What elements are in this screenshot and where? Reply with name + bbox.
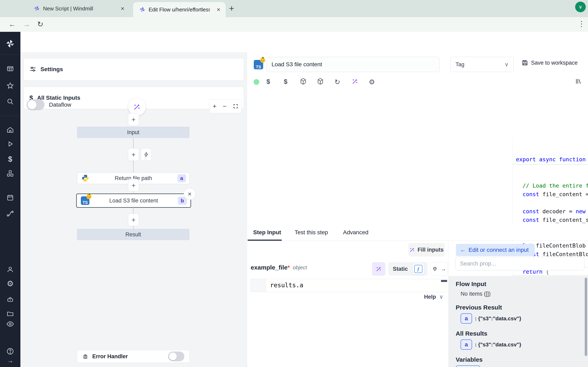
browser-profile-chip[interactable]: ∨ — [575, 2, 586, 12]
typescript-icon: TS 👶 — [254, 60, 263, 69]
connect-input-group[interactable]: → — [430, 262, 448, 276]
left-arrow-icon: ← — [460, 247, 466, 253]
browser-tab-edit-flow[interactable]: Edit Flow u/henri/effortless_fl × — [133, 2, 226, 17]
chevron-down-icon: ∨ — [439, 294, 443, 300]
ai-edit-wand-icon[interactable] — [352, 78, 359, 85]
folders-icon[interactable] — [7, 310, 14, 317]
code-line[interactable]: const file_content_str = decoder.decode(… — [513, 216, 588, 224]
help-icon[interactable] — [6, 347, 14, 355]
javascript-expr-button[interactable]: f — [413, 263, 424, 275]
code-sticky-line[interactable]: export async function main(example_file:… — [513, 155, 588, 164]
error-handler-card[interactable]: Error Handler — [77, 350, 190, 363]
add-trigger-button[interactable] — [141, 148, 152, 161]
dataflow-toggle[interactable] — [26, 99, 44, 110]
forward-icon[interactable]: → — [23, 20, 30, 29]
lightning-icon — [144, 152, 149, 157]
plus-icon: + — [131, 116, 136, 124]
expr-gutter — [251, 279, 266, 292]
windmill-logo[interactable] — [6, 39, 15, 48]
apps-icon[interactable] — [7, 65, 14, 72]
ai-fill-arg-button[interactable] — [372, 262, 385, 276]
tab-step-input[interactable]: Step Input — [253, 229, 281, 236]
save-to-workspace-button[interactable]: Save to workspace — [522, 59, 578, 66]
reload-script-icon[interactable]: ↻ — [334, 78, 340, 86]
windmill-favicon — [139, 7, 145, 13]
script-settings-gear-icon[interactable]: ⚙ — [369, 78, 375, 86]
search-prop-input[interactable]: Search prop... — [455, 257, 584, 270]
code-line[interactable]: // Load the entire file_content as a Uin… — [513, 182, 588, 190]
result-key-badge[interactable]: a — [461, 340, 472, 350]
fit-view-icon[interactable] — [233, 104, 238, 109]
step-summary-input[interactable]: Load S3 file content — [267, 57, 440, 72]
variables-icon[interactable]: $ — [8, 155, 12, 164]
baby-emoji-icon: 👶 — [86, 193, 92, 200]
back-icon[interactable]: ← — [9, 20, 16, 29]
tab-title: New Script | Windmill — [43, 6, 93, 12]
settings-gear-icon[interactable]: ⚙ — [7, 279, 14, 288]
delete-step-button[interactable]: × — [184, 188, 196, 200]
zoom-out-button[interactable]: − — [223, 103, 227, 110]
runs-icon[interactable] — [7, 140, 14, 148]
tab-advanced[interactable]: Advanced — [343, 229, 369, 236]
step-title-text: Load S3 file content — [272, 61, 322, 68]
flow-input-node[interactable]: Input — [77, 127, 190, 138]
variables-picker-icon[interactable]: $ — [267, 78, 270, 85]
plus-icon: + — [131, 182, 136, 189]
flow-settings-button[interactable]: Settings — [24, 58, 244, 81]
step-b-node-selected[interactable]: TS 👶 Load S3 file content b — [76, 193, 191, 208]
user-icon[interactable] — [7, 266, 14, 273]
favorites-star-icon[interactable] — [7, 82, 14, 89]
resources-picker-icon[interactable]: $ — [284, 78, 287, 85]
fill-inputs-button[interactable]: Fill inputs — [408, 243, 445, 257]
browser-tab-new-script[interactable]: New Script | Windmill × — [34, 0, 130, 17]
browser-menu-kebab-icon[interactable]: ⋮ — [578, 20, 585, 28]
tab-test-this-step[interactable]: Test this step — [295, 229, 328, 236]
routes-icon[interactable] — [6, 210, 14, 217]
close-icon[interactable]: × — [217, 6, 220, 13]
active-tab-underline — [248, 240, 282, 241]
typescript-icon: TS 👶 — [81, 196, 89, 205]
expr-value[interactable]: results.a — [266, 279, 303, 292]
audit-logs-eye-icon[interactable] — [6, 320, 14, 328]
panel-divider — [448, 241, 448, 276]
reload-icon[interactable]: ↻ — [37, 20, 43, 29]
collapse-sidebar-icon[interactable]: → — [7, 357, 13, 364]
zoom-in-button[interactable]: + — [213, 103, 216, 110]
error-handler-toggle[interactable] — [168, 351, 184, 361]
add-step-button[interactable]: + — [128, 148, 139, 161]
workers-icon[interactable] — [7, 296, 14, 303]
close-icon[interactable]: × — [121, 5, 124, 12]
code-line[interactable]: const file_content = await windmillClien… — [513, 190, 588, 199]
home-icon[interactable] — [7, 126, 14, 133]
search-icon[interactable] — [7, 98, 14, 105]
node-label: Load S3 file content — [77, 198, 190, 204]
sidebar-divider — [0, 55, 20, 55]
static-javascript-toggle[interactable]: Static f — [388, 262, 428, 276]
library-icon[interactable] — [575, 78, 582, 85]
resources-icon[interactable] — [6, 170, 14, 177]
package-icon[interactable] — [300, 78, 307, 85]
flow-input-empty: No items ([]) — [461, 291, 588, 297]
code-line[interactable]: const decoder = new TextDecoder(); — [513, 207, 588, 216]
result-value[interactable]: : {"s3":"data.csv"} — [475, 342, 521, 348]
edit-or-connect-back-button[interactable]: ← Edit or connect an input — [456, 244, 535, 256]
ts-label: TS — [82, 200, 88, 205]
add-step-top-button[interactable]: + — [128, 113, 139, 126]
new-tab-button[interactable]: + — [229, 4, 234, 13]
variables-expand-button[interactable]: {...} — [456, 366, 480, 367]
arg-expression-editor[interactable]: results.a — [251, 279, 449, 292]
settings-label: Settings — [40, 66, 63, 73]
result-value[interactable]: : {"s3":"data.csv"} — [475, 315, 521, 322]
expr-scrollbar[interactable] — [441, 280, 447, 282]
canvas-zoom-controls: + − — [209, 99, 242, 113]
result-key-badge[interactable]: a — [461, 313, 472, 324]
schedules-calendar-icon[interactable] — [7, 194, 14, 201]
connect-panel-scrollbar[interactable] — [585, 278, 587, 356]
add-step-button[interactable]: + — [128, 213, 139, 226]
tag-select[interactable]: Tag ∨ — [450, 57, 514, 72]
code-line[interactable] — [513, 199, 588, 207]
help-dropdown[interactable]: Help ∨ — [424, 294, 443, 300]
flow-result-node[interactable]: Result — [77, 229, 190, 240]
package-icon[interactable] — [317, 78, 324, 85]
add-step-button[interactable]: + — [128, 179, 139, 192]
